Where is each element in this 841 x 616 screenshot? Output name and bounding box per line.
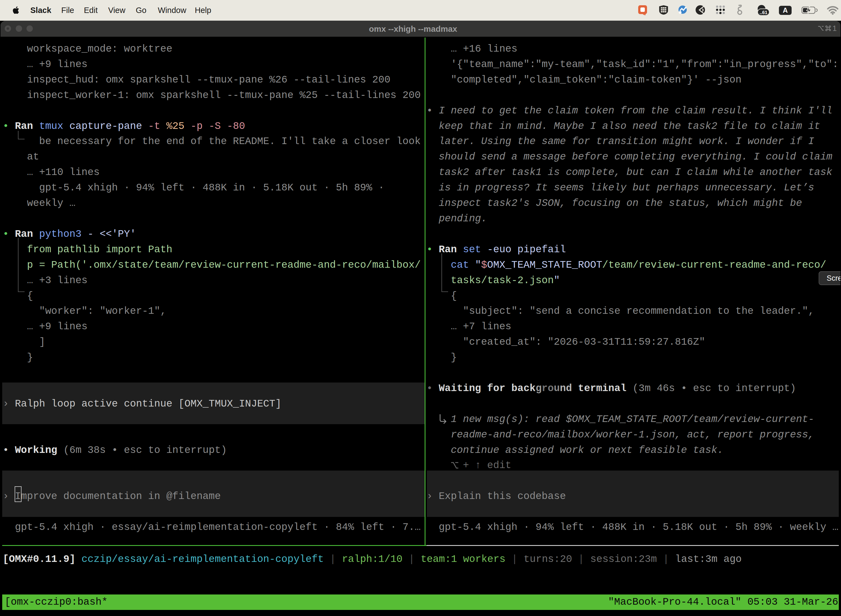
- svg-text:A: A: [783, 6, 788, 14]
- svg-text:..61: ..61: [760, 10, 767, 15]
